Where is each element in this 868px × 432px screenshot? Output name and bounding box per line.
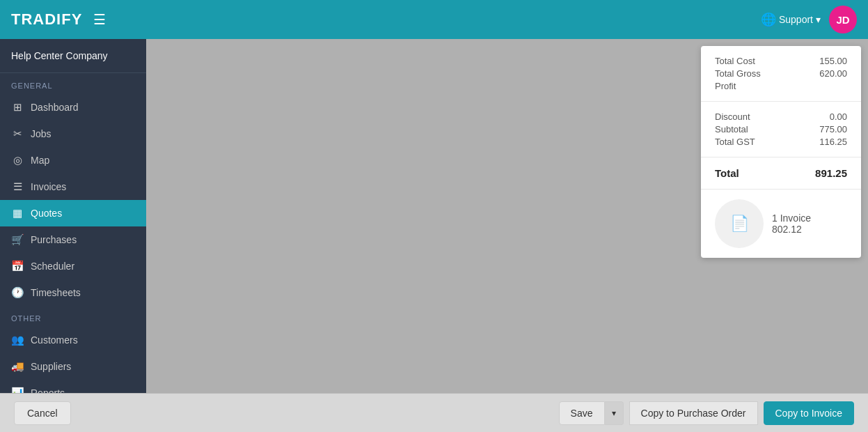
company-name: Help Center Company [0,39,146,73]
chevron-down-icon: ▾ [816,14,821,25]
other-section-label: OTHER [0,306,146,327]
avatar[interactable]: JD [829,6,857,33]
sidebar-item-timesheets[interactable]: 🕐 Timesheets [0,279,146,306]
sidebar-item-invoices[interactable]: ☰ Invoices [0,173,146,200]
total-gst-row: Total GST 116.25 [715,137,847,147]
sidebar-item-dashboard[interactable]: ⊞ Dashboard [0,94,146,121]
sidebar-item-purchases[interactable]: 🛒 Purchases [0,226,146,253]
sidebar-item-reports[interactable]: 📊 Reports [0,380,146,393]
copy-to-invoice-button[interactable]: Copy to Invoice [764,401,855,425]
menu-icon[interactable]: ☰ [93,11,106,28]
sidebar-item-scheduler[interactable]: 📅 Scheduler [0,253,146,279]
globe-icon: 🌐 [761,12,776,27]
subtotal-section: Discount 0.00 Subtotal 775.00 Total GST … [701,102,861,157]
copy-to-purchase-order-button[interactable]: Copy to Purchase Order [629,401,758,425]
sidebar: Help Center Company GENERAL ⊞ Dashboard … [0,39,146,393]
map-icon: ◎ [11,154,24,167]
bottom-right-actions: Save ▾ Copy to Purchase Order Copy to In… [559,401,854,425]
discount-value: 0.00 [830,111,847,122]
header-right: 🌐 Support ▾ JD [761,6,857,33]
total-gross-value: 620.00 [819,68,847,79]
sidebar-item-label: Customers [31,334,78,346]
sidebar-item-label: Dashboard [31,102,79,113]
total-label: Total [715,167,739,179]
invoice-section: 📄 1 Invoice 802.12 [701,190,861,258]
sidebar-item-quotes[interactable]: ▦ Quotes [0,200,146,226]
reports-icon: 📊 [11,387,24,393]
save-dropdown-button[interactable]: ▾ [605,401,624,425]
logo: TRADIFY [11,10,82,29]
sidebar-item-customers[interactable]: 👥 Customers [0,327,146,353]
suppliers-icon: 🚚 [11,360,24,373]
total-gross-row: Total Gross 620.00 [715,68,847,79]
support-label: Support [779,14,813,25]
invoice-icon: 📄 [730,215,749,233]
sidebar-item-jobs[interactable]: ✂ Jobs [0,121,146,147]
sidebar-item-label: Map [31,155,49,166]
header-left: TRADIFY ☰ [11,10,106,29]
save-button[interactable]: Save [559,401,605,425]
total-gst-label: Total GST [715,137,755,147]
subtotal-row: Subtotal 775.00 [715,124,847,134]
total-cost-row: Total Cost 155.00 [715,56,847,66]
bottom-left-actions: Cancel [14,401,71,425]
invoice-value: 802.12 [772,224,811,235]
sidebar-item-label: Jobs [31,128,52,139]
invoice-label: 1 Invoice [772,213,811,224]
sidebar-item-label: Suppliers [31,361,71,372]
customers-icon: 👥 [11,334,24,346]
quotes-icon: ▦ [11,207,24,219]
sidebar-item-suppliers[interactable]: 🚚 Suppliers [0,353,146,380]
support-button[interactable]: 🌐 Support ▾ [761,12,821,27]
timesheets-icon: 🕐 [11,286,24,299]
purchases-icon: 🛒 [11,233,24,246]
sidebar-item-map[interactable]: ◎ Map [0,147,146,173]
discount-row: Discount 0.00 [715,111,847,122]
total-gross-label: Total Gross [715,68,761,79]
invoice-info: 1 Invoice 802.12 [772,213,811,235]
total-value: 891.25 [815,167,847,179]
cost-section: Total Cost 155.00 Total Gross 620.00 Pro… [701,46,861,102]
total-section: Total 891.25 [701,157,861,190]
sidebar-item-label: Purchases [31,234,77,245]
dashboard-icon: ⊞ [11,101,24,114]
sidebar-item-label: Scheduler [31,261,74,272]
content-area: Total Cost 155.00 Total Gross 620.00 Pro… [146,39,868,393]
sidebar-item-label: Reports [31,387,65,393]
sidebar-item-label: Timesheets [31,287,81,298]
invoice-circle: 📄 [715,199,764,248]
invoices-icon: ☰ [11,180,24,193]
header: TRADIFY ☰ 🌐 Support ▾ JD [0,0,868,39]
total-row: Total 891.25 [715,167,847,179]
bottom-bar: Cancel Save ▾ Copy to Purchase Order Cop… [0,393,868,432]
total-gst-value: 116.25 [819,137,847,147]
total-cost-label: Total Cost [715,56,755,66]
subtotal-value: 775.00 [819,124,847,134]
scheduler-icon: 📅 [11,260,24,272]
general-section-label: GENERAL [0,73,146,94]
main-layout: Help Center Company GENERAL ⊞ Dashboard … [0,39,868,393]
summary-card: Total Cost 155.00 Total Gross 620.00 Pro… [701,46,861,258]
jobs-icon: ✂ [11,128,24,140]
cancel-button[interactable]: Cancel [14,401,71,425]
sidebar-item-label: Quotes [31,208,62,219]
total-cost-value: 155.00 [819,56,847,66]
profit-row: Profit [715,81,847,91]
sidebar-item-label: Invoices [31,181,66,192]
profit-label: Profit [715,81,736,91]
discount-label: Discount [715,111,750,122]
subtotal-label: Subtotal [715,124,748,134]
